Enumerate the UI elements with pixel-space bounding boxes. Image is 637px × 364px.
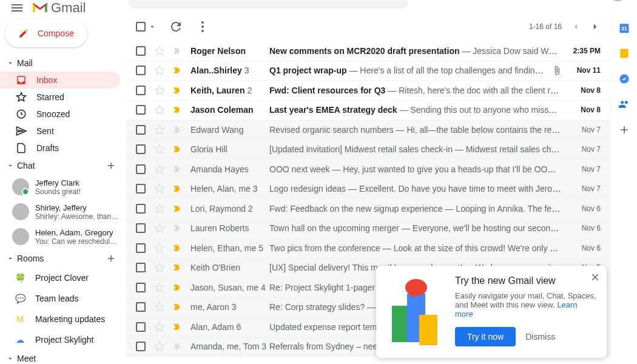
important-icon[interactable]: [172, 243, 182, 253]
star-icon[interactable]: [154, 164, 165, 175]
contacts-icon[interactable]: [618, 98, 630, 110]
mail-row[interactable]: Alan..Shirley3 Q1 project wrap-up — Here…: [126, 61, 610, 81]
important-icon[interactable]: [172, 263, 182, 272]
star-icon[interactable]: [154, 144, 165, 155]
search-bar[interactable]: [129, 0, 408, 8]
star-icon[interactable]: [154, 282, 165, 293]
section-meet[interactable]: Meet: [0, 350, 126, 364]
star-icon[interactable]: [154, 302, 165, 312]
chat-item[interactable]: Jeffery ClarkSounds great!: [0, 175, 126, 200]
mail-row[interactable]: Keith, Lauren2 Fwd: Client resources for…: [126, 81, 610, 101]
room-item[interactable]: MMarketing updates: [0, 309, 126, 329]
mail-row[interactable]: Amanda Hayes OOO next week — Hey, just w…: [126, 160, 610, 180]
search-input[interactable]: [157, 0, 380, 1]
important-icon[interactable]: [172, 302, 182, 312]
more-icon[interactable]: [195, 19, 210, 34]
checkbox[interactable]: [136, 105, 146, 115]
next-page-icon[interactable]: [590, 21, 601, 32]
checkbox[interactable]: [136, 243, 146, 253]
checkbox[interactable]: [136, 302, 146, 312]
gmail-logo[interactable]: Gmail: [32, 0, 86, 12]
sender: Gloria Hill: [190, 144, 269, 154]
important-icon[interactable]: [172, 342, 182, 351]
plus-icon[interactable]: [106, 253, 116, 264]
nav-sent[interactable]: Sent: [0, 123, 120, 140]
section-rooms[interactable]: Rooms: [0, 249, 126, 268]
star-icon[interactable]: [154, 124, 165, 135]
checkbox[interactable]: [136, 342, 146, 351]
dismiss-button[interactable]: Dismiss: [525, 332, 555, 342]
star-icon[interactable]: [154, 65, 165, 76]
tune-icon[interactable]: [387, 0, 399, 1]
important-icon[interactable]: [172, 86, 182, 95]
important-icon[interactable]: [172, 223, 182, 233]
important-icon[interactable]: [172, 283, 182, 292]
checkbox[interactable]: [136, 66, 146, 75]
checkbox[interactable]: [136, 86, 146, 95]
mail-row[interactable]: Gloria Hill [Updated invitation] Midwest…: [126, 140, 610, 160]
section-chat[interactable]: Chat: [0, 157, 126, 175]
close-icon[interactable]: [590, 272, 601, 283]
star-icon[interactable]: [154, 243, 165, 254]
checkbox[interactable]: [136, 322, 146, 332]
star-icon[interactable]: [154, 262, 165, 273]
star-icon[interactable]: [154, 223, 165, 234]
important-icon[interactable]: [172, 125, 182, 135]
tasks-icon[interactable]: [618, 73, 630, 85]
refresh-icon[interactable]: [169, 19, 183, 34]
star-icon[interactable]: [154, 341, 165, 352]
section-mail[interactable]: Mail: [0, 55, 126, 72]
important-icon[interactable]: [172, 204, 182, 214]
star-icon[interactable]: [154, 183, 165, 194]
important-icon[interactable]: [172, 322, 182, 332]
checkbox[interactable]: [136, 223, 146, 233]
checkbox[interactable]: [136, 164, 146, 174]
nav-snoozed[interactable]: Snoozed: [0, 106, 120, 123]
select-all[interactable]: [136, 22, 157, 32]
important-icon[interactable]: [172, 46, 182, 56]
checkbox[interactable]: [136, 263, 146, 272]
room-item[interactable]: 🍀Project Clover: [0, 268, 126, 288]
checkbox[interactable]: [136, 125, 146, 135]
chat-item[interactable]: Shirley, JefferyShirley: Awesome, thanks…: [0, 200, 126, 224]
mail-row[interactable]: Helen, Ethan, me5 Two pics from the conf…: [126, 238, 610, 258]
room-item[interactable]: ☁Project Skylight: [0, 329, 126, 350]
checkbox[interactable]: [136, 184, 146, 194]
nav-inbox[interactable]: Inbox: [0, 72, 120, 89]
mail-row[interactable]: Roger Nelson New comments on MCR2020 dra…: [126, 41, 610, 61]
add-icon[interactable]: [618, 124, 630, 136]
chevron-down-icon: [6, 254, 15, 263]
mail-row[interactable]: Edward Wang Revised organic search numbe…: [126, 120, 610, 140]
important-icon[interactable]: [172, 184, 182, 194]
compose-button[interactable]: Compose: [5, 19, 87, 47]
mail-row[interactable]: Lori, Raymond2 Fwd: Feedback on the new …: [126, 199, 610, 219]
star-icon[interactable]: [154, 203, 165, 214]
star-icon[interactable]: [154, 46, 165, 56]
star-icon[interactable]: [154, 85, 165, 96]
checkbox[interactable]: [136, 46, 146, 56]
keep-icon[interactable]: [618, 47, 630, 59]
nav-drafts[interactable]: Drafts: [0, 140, 120, 157]
important-icon[interactable]: [172, 105, 182, 115]
mail-row[interactable]: Jason Coleman Last year's EMEA strategy …: [126, 101, 610, 121]
important-icon[interactable]: [172, 66, 182, 75]
checkbox[interactable]: [136, 144, 146, 154]
important-icon[interactable]: [172, 164, 182, 174]
star-icon[interactable]: [154, 322, 165, 332]
calendar-icon[interactable]: 31: [618, 22, 630, 34]
prev-page-icon[interactable]: [570, 21, 581, 32]
try-it-button[interactable]: Try it now: [455, 327, 516, 346]
mail-row[interactable]: Helen, Alan, me3 Logo redesign ideas — E…: [126, 180, 610, 200]
checkbox[interactable]: [136, 204, 146, 214]
important-icon[interactable]: [172, 144, 182, 154]
nav-starred[interactable]: Starred: [0, 89, 120, 106]
room-item[interactable]: 💬Team leads: [0, 288, 126, 309]
plus-icon[interactable]: [106, 160, 116, 171]
account-avatar[interactable]: [608, 0, 627, 1]
sender: Lori, Raymond2: [190, 204, 269, 214]
menu-icon[interactable]: [10, 1, 24, 12]
mail-row[interactable]: Lauren Roberts Town hall on the upcoming…: [126, 219, 610, 239]
checkbox[interactable]: [136, 283, 146, 292]
chat-item[interactable]: Helen, Adam, GregoryYou: Can we reschedu…: [0, 224, 126, 249]
star-icon[interactable]: [154, 104, 165, 115]
